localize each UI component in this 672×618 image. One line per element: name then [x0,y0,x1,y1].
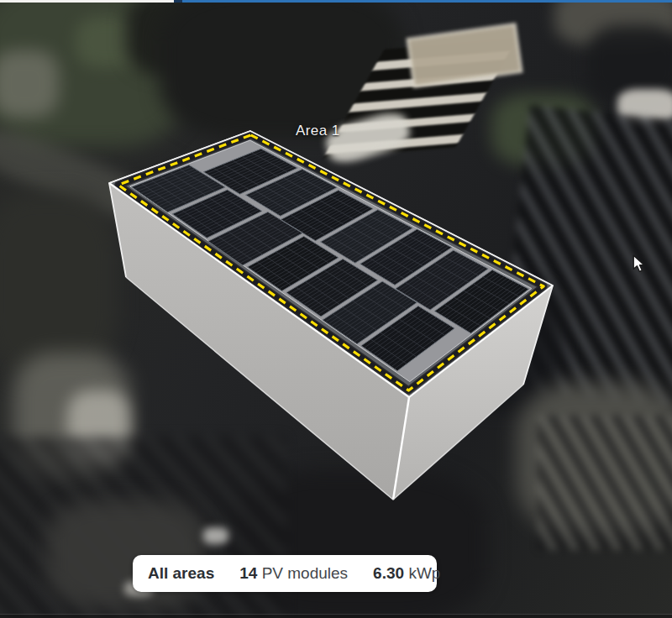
capacity-value: 6.30 [373,564,404,582]
building-3d-model[interactable] [0,0,672,618]
all-areas-label: All areas [148,564,214,583]
top-strip [0,0,672,3]
map-viewport[interactable]: Area 1 All areas 14 PV modules 6.30 kWp [0,0,672,618]
capacity-unit: kWp [408,564,440,582]
mouse-cursor [632,254,646,275]
pv-modules-stat: 14 PV modules [239,564,348,583]
pv-modules-count: 14 [239,564,257,582]
top-strip-blue-segment [182,0,672,3]
area-label: Area 1 [296,123,340,139]
capacity-stat: 6.30 kWp [373,564,440,583]
pv-modules-unit: PV modules [262,564,348,582]
areas-summary-bar: All areas 14 PV modules 6.30 kWp [133,555,437,592]
top-strip-navy-segment [174,0,182,3]
top-strip-light-segment [0,0,174,3]
